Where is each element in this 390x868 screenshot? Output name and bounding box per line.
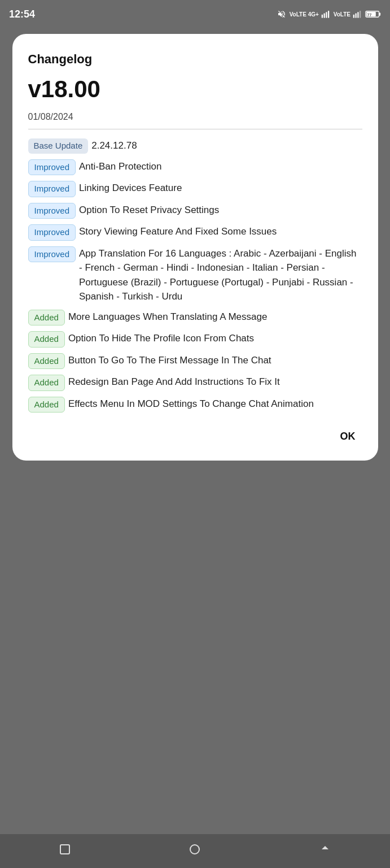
changelog-dialog: Changelog v18.00 01/08/2024 Base Update … — [12, 34, 378, 461]
entry-text: 2.24.12.78 — [91, 138, 362, 153]
svg-marker-14 — [322, 846, 328, 849]
entry-text: Linking Devices Feature — [79, 181, 362, 196]
badge-improved: Improved — [28, 181, 76, 197]
network-icon-2: VoLTE — [334, 11, 350, 18]
signal-bars-2 — [353, 10, 363, 18]
nav-back-icon[interactable] — [58, 843, 72, 860]
changelog-entry: Added More Languages When Translating A … — [28, 310, 362, 326]
svg-point-13 — [190, 845, 199, 854]
ok-button[interactable]: OK — [334, 426, 362, 447]
changelog-entry: Added Redesign Ban Page And Add Instruct… — [28, 375, 362, 391]
badge-added: Added — [28, 310, 65, 326]
svg-text:77: 77 — [367, 13, 372, 17]
svg-rect-6 — [357, 12, 358, 18]
status-time: 12:54 — [9, 8, 35, 20]
changelog-entry: Improved Option To Reset Privacy Setting… — [28, 203, 362, 219]
entry-text: Option To Hide The Profile Icon From Cha… — [68, 331, 362, 346]
svg-rect-5 — [356, 14, 357, 18]
svg-rect-1 — [323, 14, 325, 18]
changelog-entry: Improved Story Viewing Feature And Fixed… — [28, 224, 362, 241]
nav-recent-icon[interactable] — [318, 843, 332, 860]
changelog-entry: Improved Anti-Ban Protection — [28, 159, 362, 176]
battery-icon: 77 — [365, 10, 381, 18]
changelog-entry: Improved Linking Devices Feature — [28, 181, 362, 197]
entry-text: Redesign Ban Page And Add Instructions T… — [68, 375, 362, 389]
svg-rect-9 — [379, 12, 381, 15]
dialog-version: v18.00 — [28, 76, 362, 103]
entry-text: Story Viewing Feature And Fixed Some Iss… — [79, 224, 362, 239]
svg-rect-2 — [326, 12, 327, 18]
changelog-entry: Added Effects Menu In MOD Settings To Ch… — [28, 397, 362, 413]
bottom-nav — [0, 834, 390, 868]
divider — [28, 129, 362, 129]
badge-improved: Improved — [28, 203, 76, 219]
changelog-entry: Base Update 2.24.12.78 — [28, 138, 362, 154]
network-icon: VoLTE 4G+ — [290, 11, 319, 18]
status-icons: VoLTE 4G+ VoLTE 77 — [276, 10, 381, 19]
dialog-date: 01/08/2024 — [28, 112, 362, 122]
status-bar: 12:54 VoLTE 4G+ VoLTE — [0, 0, 390, 28]
entry-text: Button To Go To The First Message In The… — [68, 353, 362, 368]
svg-rect-4 — [353, 15, 354, 18]
entry-text: App Translation For 16 Languages : Arabi… — [79, 246, 362, 304]
badge-added: Added — [28, 331, 65, 348]
dialog-title: Changelog — [28, 52, 362, 67]
entry-text: Effects Menu In MOD Settings To Change C… — [68, 397, 362, 411]
entry-text: Option To Reset Privacy Settings — [79, 203, 362, 218]
badge-improved: Improved — [28, 224, 76, 241]
dialog-footer: OK — [28, 426, 362, 447]
badge-added: Added — [28, 375, 65, 391]
changelog-entry: Improved App Translation For 16 Language… — [28, 246, 362, 304]
changelog-entry: Added Option To Hide The Profile Icon Fr… — [28, 331, 362, 348]
svg-rect-3 — [328, 11, 329, 18]
svg-rect-12 — [60, 845, 69, 854]
badge-improved: Improved — [28, 159, 76, 176]
signal-bars — [321, 10, 331, 18]
badge-added: Added — [28, 353, 65, 370]
svg-rect-0 — [322, 15, 323, 18]
badge-improved: Improved — [28, 246, 76, 263]
badge-base-update: Base Update — [28, 138, 89, 154]
svg-rect-7 — [360, 11, 361, 18]
entry-text: Anti-Ban Protection — [79, 159, 362, 174]
mute-icon — [276, 10, 287, 19]
changelog-list: Base Update 2.24.12.78 Improved Anti-Ban… — [28, 138, 362, 413]
nav-home-icon[interactable] — [188, 843, 201, 860]
entry-text: More Languages When Translating A Messag… — [68, 310, 362, 324]
changelog-entry: Added Button To Go To The First Message … — [28, 353, 362, 370]
badge-added: Added — [28, 397, 65, 413]
